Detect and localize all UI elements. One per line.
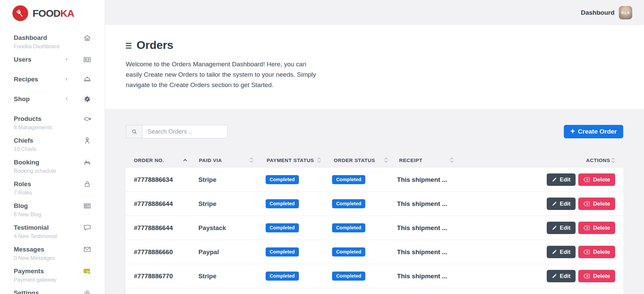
sidebar-item-payments[interactable]: Payments Payment gateway <box>0 267 105 283</box>
backspace-icon <box>583 274 590 279</box>
sidebar-item-booking[interactable]: Booking Booking schedule <box>0 158 105 174</box>
pencil-icon <box>552 225 557 230</box>
payment-status-badge: Completed <box>266 175 299 185</box>
edit-button[interactable]: Edit <box>547 270 576 282</box>
fork-logo-icon <box>12 5 28 21</box>
sidebar-item-dashboard[interactable]: Dashboard Foodka Dashboard <box>0 34 105 50</box>
order-status-badge: Completed <box>332 175 365 185</box>
id-card-icon <box>83 56 91 64</box>
brand-name: FOODKA <box>33 8 74 19</box>
order-status-badge: Completed <box>332 247 365 257</box>
chevron-left-icon <box>64 96 69 102</box>
sidebar-item-messages[interactable]: Messages 0 New Messages <box>0 245 105 261</box>
pencil-icon <box>552 274 557 279</box>
backspace-icon <box>583 201 590 206</box>
column-header-order-status[interactable]: ORDER STATUS <box>334 152 399 168</box>
sidebar: FOODKA Dashboard Foodka Dashboard Users … <box>0 0 105 294</box>
order-no: #7778886770 <box>134 273 173 280</box>
delete-button[interactable]: Delete <box>578 173 615 186</box>
table-row: #7778886770 Stripe Completed Completed T… <box>126 264 623 288</box>
settings-gear-icon <box>83 289 91 294</box>
plus-icon: + <box>570 128 575 135</box>
pencil-icon <box>552 201 557 206</box>
delete-button[interactable]: Delete <box>578 246 615 258</box>
column-header-actions[interactable]: ACTIONS <box>550 152 623 168</box>
table-row-partial <box>126 288 623 294</box>
order-status-badge: Completed <box>332 223 365 233</box>
fish-icon <box>83 115 91 123</box>
newspaper-icon <box>83 202 91 210</box>
user-avatar[interactable]: BLK <box>619 6 632 19</box>
search-input[interactable] <box>143 125 227 138</box>
sidebar-item-chiefs[interactable]: Chiefs 10 Chiefs <box>0 137 105 152</box>
delete-button[interactable]: Delete <box>578 222 615 234</box>
booking-desk-icon <box>83 158 91 166</box>
sidebar-item-settings[interactable]: Settings Settings <box>0 289 105 294</box>
envelope-icon <box>83 245 91 253</box>
pencil-icon <box>552 177 557 182</box>
backspace-icon <box>583 225 590 230</box>
list-bars-icon <box>126 42 131 49</box>
edit-button[interactable]: Edit <box>547 222 576 234</box>
receipt-text: This shipment ... <box>397 248 447 256</box>
chat-icon <box>83 224 91 232</box>
sidebar-item-blog[interactable]: Blog 8 New Blog <box>0 202 105 218</box>
sort-asc-icon <box>183 159 187 162</box>
hero-section: Orders Welcome to the Orders Management … <box>105 25 644 109</box>
order-no: #7778886660 <box>134 248 173 256</box>
edit-button[interactable]: Edit <box>547 246 576 258</box>
receipt-text: This shipment ... <box>397 224 447 232</box>
gear-wrench-icon <box>83 95 91 103</box>
payment-status-badge: Completed <box>266 247 299 257</box>
paid-via: Stripe <box>198 273 216 280</box>
credit-card-icon <box>83 267 91 275</box>
dish-icon <box>83 75 91 83</box>
page-description: Welcome to the Orders Management Dashboa… <box>126 59 322 90</box>
sidebar-item-roles[interactable]: Roles 7 Roles <box>0 180 105 196</box>
edit-button[interactable]: Edit <box>547 198 576 210</box>
avatar-label: BLK <box>621 11 631 14</box>
chevron-left-icon <box>64 77 69 83</box>
paid-via: Stripe <box>198 176 216 183</box>
backspace-icon <box>583 177 590 182</box>
brand-logo[interactable]: FOODKA <box>0 0 105 21</box>
sort-both-icon <box>249 157 254 163</box>
table-row: #7778886644 Paystack Completed Completed… <box>126 216 623 240</box>
sort-both-icon <box>449 157 454 163</box>
sort-both-icon <box>611 157 615 163</box>
home-icon <box>83 34 91 42</box>
topbar-page-label: Dashbourd <box>581 9 614 16</box>
column-header-receipt[interactable]: RECEIPT <box>399 152 550 168</box>
sidebar-item-products[interactable]: Products 8 Managements <box>0 115 105 131</box>
order-no: #7778886634 <box>134 176 173 183</box>
sidebar-item-users[interactable]: Users <box>0 56 105 64</box>
delete-button[interactable]: Delete <box>578 198 615 210</box>
column-header-order-no[interactable]: ORDER NO. <box>126 152 199 168</box>
chevron-left-icon <box>64 57 69 63</box>
paid-via: Paystack <box>198 224 226 232</box>
pencil-icon <box>552 249 557 254</box>
order-no: #7778886644 <box>134 200 173 208</box>
order-no: #7778886644 <box>134 224 173 232</box>
table-row: #7778886660 Paypal Completed Completed T… <box>126 240 623 264</box>
sidebar-item-testimonial[interactable]: Testimonial 4 New Testimonial <box>0 224 105 239</box>
backspace-icon <box>583 249 590 254</box>
delete-button[interactable]: Delete <box>578 270 615 282</box>
paid-via: Paypal <box>198 248 219 256</box>
payment-status-badge: Completed <box>266 272 299 281</box>
receipt-text: This shipment ... <box>397 273 447 280</box>
lock-icon <box>83 180 91 188</box>
column-header-payment-status[interactable]: PAYMENT STATUS <box>267 152 334 168</box>
table-row: #7778886644 Stripe Completed Completed T… <box>126 192 623 216</box>
receipt-text: This shipment ... <box>397 176 447 183</box>
table-header-row: ORDER NO. PAID VIA PAYMENT STATUS ORDER … <box>126 152 623 168</box>
order-status-badge: Completed <box>332 272 365 281</box>
sidebar-item-recipes[interactable]: Recipes <box>0 75 105 83</box>
column-header-paid-via[interactable]: PAID VIA <box>199 152 267 168</box>
create-order-button[interactable]: + Create Order <box>564 125 623 138</box>
edit-button[interactable]: Edit <box>547 173 576 186</box>
table-row: #7778886634 Stripe Completed Completed T… <box>126 168 623 192</box>
sidebar-item-shop[interactable]: Shop <box>0 95 105 103</box>
sort-both-icon <box>317 157 321 163</box>
receipt-text: This shipment ... <box>397 200 447 208</box>
